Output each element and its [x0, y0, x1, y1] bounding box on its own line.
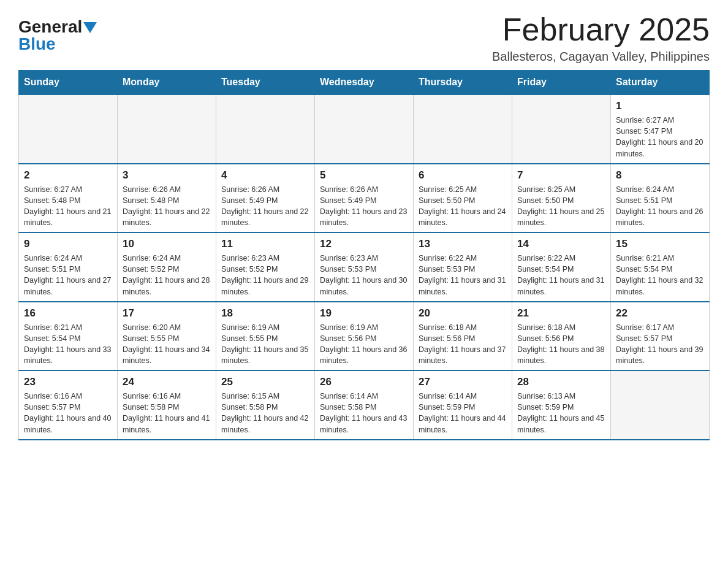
day-number: 25: [221, 376, 309, 388]
calendar-cell: 6Sunrise: 6:25 AM Sunset: 5:50 PM Daylig…: [414, 164, 512, 233]
weekday-header-thursday: Thursday: [414, 71, 512, 95]
day-info: Sunrise: 6:17 AM Sunset: 5:57 PM Dayligh…: [616, 322, 704, 367]
calendar-cell: 28Sunrise: 6:13 AM Sunset: 5:59 PM Dayli…: [512, 370, 611, 440]
day-info: Sunrise: 6:20 AM Sunset: 5:55 PM Dayligh…: [123, 322, 211, 367]
day-info: Sunrise: 6:24 AM Sunset: 5:51 PM Dayligh…: [24, 253, 112, 297]
weekday-header-sunday: Sunday: [19, 71, 118, 95]
calendar-cell: [611, 370, 710, 440]
day-number: 20: [419, 307, 507, 320]
page-header: General Blue February 2025 Ballesteros, …: [18, 12, 710, 64]
calendar-week-row: 1Sunrise: 6:27 AM Sunset: 5:47 PM Daylig…: [19, 94, 710, 164]
day-info: Sunrise: 6:24 AM Sunset: 5:52 PM Dayligh…: [123, 253, 211, 297]
day-info: Sunrise: 6:21 AM Sunset: 5:54 PM Dayligh…: [24, 322, 112, 367]
day-info: Sunrise: 6:22 AM Sunset: 5:54 PM Dayligh…: [517, 253, 605, 297]
day-info: Sunrise: 6:19 AM Sunset: 5:55 PM Dayligh…: [221, 322, 309, 367]
day-info: Sunrise: 6:24 AM Sunset: 5:51 PM Dayligh…: [616, 184, 704, 229]
day-number: 13: [419, 238, 507, 250]
day-number: 5: [320, 169, 408, 182]
calendar-cell: [118, 94, 216, 164]
day-info: Sunrise: 6:23 AM Sunset: 5:52 PM Dayligh…: [221, 253, 309, 297]
day-info: Sunrise: 6:14 AM Sunset: 5:58 PM Dayligh…: [320, 391, 408, 435]
weekday-header-row: SundayMondayTuesdayWednesdayThursdayFrid…: [19, 71, 710, 95]
weekday-header-friday: Friday: [512, 71, 611, 95]
calendar-cell: [414, 94, 512, 164]
calendar-cell: 25Sunrise: 6:15 AM Sunset: 5:58 PM Dayli…: [216, 370, 315, 440]
weekday-header-tuesday: Tuesday: [216, 71, 315, 95]
calendar-week-row: 9Sunrise: 6:24 AM Sunset: 5:51 PM Daylig…: [19, 232, 710, 302]
day-info: Sunrise: 6:13 AM Sunset: 5:59 PM Dayligh…: [517, 391, 605, 435]
day-number: 14: [517, 238, 605, 250]
calendar-cell: 22Sunrise: 6:17 AM Sunset: 5:57 PM Dayli…: [611, 302, 710, 371]
day-number: 22: [616, 307, 704, 320]
day-number: 17: [123, 307, 211, 320]
calendar-cell: 23Sunrise: 6:16 AM Sunset: 5:57 PM Dayli…: [19, 370, 118, 440]
day-number: 7: [517, 169, 605, 182]
calendar-cell: 27Sunrise: 6:14 AM Sunset: 5:59 PM Dayli…: [414, 370, 512, 440]
day-info: Sunrise: 6:27 AM Sunset: 5:48 PM Dayligh…: [24, 184, 112, 229]
day-info: Sunrise: 6:18 AM Sunset: 5:56 PM Dayligh…: [517, 322, 605, 367]
day-info: Sunrise: 6:16 AM Sunset: 5:57 PM Dayligh…: [24, 391, 112, 435]
day-number: 27: [419, 376, 507, 388]
weekday-header-monday: Monday: [118, 71, 216, 95]
calendar-cell: [512, 94, 611, 164]
day-number: 28: [517, 376, 605, 388]
calendar-subtitle: Ballesteros, Cagayan Valley, Philippines: [492, 50, 710, 64]
day-number: 16: [24, 307, 112, 320]
day-info: Sunrise: 6:26 AM Sunset: 5:49 PM Dayligh…: [320, 184, 408, 229]
calendar-cell: [315, 94, 414, 164]
calendar-cell: 8Sunrise: 6:24 AM Sunset: 5:51 PM Daylig…: [611, 164, 710, 233]
calendar-cell: 9Sunrise: 6:24 AM Sunset: 5:51 PM Daylig…: [19, 232, 118, 302]
calendar-cell: 16Sunrise: 6:21 AM Sunset: 5:54 PM Dayli…: [19, 302, 118, 371]
day-info: Sunrise: 6:16 AM Sunset: 5:58 PM Dayligh…: [123, 391, 211, 435]
calendar-cell: 11Sunrise: 6:23 AM Sunset: 5:52 PM Dayli…: [216, 232, 315, 302]
logo: General Blue: [18, 18, 97, 53]
calendar-cell: 24Sunrise: 6:16 AM Sunset: 5:58 PM Dayli…: [118, 370, 216, 440]
calendar-cell: 13Sunrise: 6:22 AM Sunset: 5:53 PM Dayli…: [414, 232, 512, 302]
calendar-cell: 5Sunrise: 6:26 AM Sunset: 5:49 PM Daylig…: [315, 164, 414, 233]
day-info: Sunrise: 6:21 AM Sunset: 5:54 PM Dayligh…: [616, 253, 704, 297]
calendar-cell: 10Sunrise: 6:24 AM Sunset: 5:52 PM Dayli…: [118, 232, 216, 302]
calendar-title: February 2025: [492, 12, 710, 47]
calendar-cell: 7Sunrise: 6:25 AM Sunset: 5:50 PM Daylig…: [512, 164, 611, 233]
calendar-cell: [19, 94, 118, 164]
day-number: 18: [221, 307, 309, 320]
day-number: 10: [123, 238, 211, 250]
logo-blue: Blue: [18, 36, 56, 53]
day-number: 11: [221, 238, 309, 250]
day-info: Sunrise: 6:25 AM Sunset: 5:50 PM Dayligh…: [419, 184, 507, 229]
day-number: 1: [616, 100, 704, 112]
day-info: Sunrise: 6:19 AM Sunset: 5:56 PM Dayligh…: [320, 322, 408, 367]
calendar-cell: 12Sunrise: 6:23 AM Sunset: 5:53 PM Dayli…: [315, 232, 414, 302]
calendar-cell: 20Sunrise: 6:18 AM Sunset: 5:56 PM Dayli…: [414, 302, 512, 371]
day-info: Sunrise: 6:23 AM Sunset: 5:53 PM Dayligh…: [320, 253, 408, 297]
day-info: Sunrise: 6:25 AM Sunset: 5:50 PM Dayligh…: [517, 184, 605, 229]
day-info: Sunrise: 6:18 AM Sunset: 5:56 PM Dayligh…: [419, 322, 507, 367]
day-info: Sunrise: 6:27 AM Sunset: 5:47 PM Dayligh…: [616, 115, 704, 159]
weekday-header-saturday: Saturday: [611, 71, 710, 95]
calendar-week-row: 23Sunrise: 6:16 AM Sunset: 5:57 PM Dayli…: [19, 370, 710, 440]
calendar-table: SundayMondayTuesdayWednesdayThursdayFrid…: [18, 70, 710, 440]
logo-general: General: [18, 18, 82, 36]
day-number: 9: [24, 238, 112, 250]
day-number: 4: [221, 169, 309, 182]
calendar-cell: 17Sunrise: 6:20 AM Sunset: 5:55 PM Dayli…: [118, 302, 216, 371]
day-number: 26: [320, 376, 408, 388]
logo-arrow-icon: [83, 22, 97, 33]
calendar-cell: 4Sunrise: 6:26 AM Sunset: 5:49 PM Daylig…: [216, 164, 315, 233]
day-info: Sunrise: 6:15 AM Sunset: 5:58 PM Dayligh…: [221, 391, 309, 435]
day-info: Sunrise: 6:26 AM Sunset: 5:48 PM Dayligh…: [123, 184, 211, 229]
calendar-cell: [216, 94, 315, 164]
calendar-cell: 21Sunrise: 6:18 AM Sunset: 5:56 PM Dayli…: [512, 302, 611, 371]
svg-marker-0: [83, 22, 97, 33]
day-number: 6: [419, 169, 507, 182]
calendar-cell: 19Sunrise: 6:19 AM Sunset: 5:56 PM Dayli…: [315, 302, 414, 371]
calendar-cell: 3Sunrise: 6:26 AM Sunset: 5:48 PM Daylig…: [118, 164, 216, 233]
calendar-cell: 2Sunrise: 6:27 AM Sunset: 5:48 PM Daylig…: [19, 164, 118, 233]
day-number: 19: [320, 307, 408, 320]
calendar-cell: 26Sunrise: 6:14 AM Sunset: 5:58 PM Dayli…: [315, 370, 414, 440]
calendar-week-row: 16Sunrise: 6:21 AM Sunset: 5:54 PM Dayli…: [19, 302, 710, 371]
day-number: 8: [616, 169, 704, 182]
title-block: February 2025 Ballesteros, Cagayan Valle…: [492, 12, 710, 64]
calendar-week-row: 2Sunrise: 6:27 AM Sunset: 5:48 PM Daylig…: [19, 164, 710, 233]
day-number: 21: [517, 307, 605, 320]
